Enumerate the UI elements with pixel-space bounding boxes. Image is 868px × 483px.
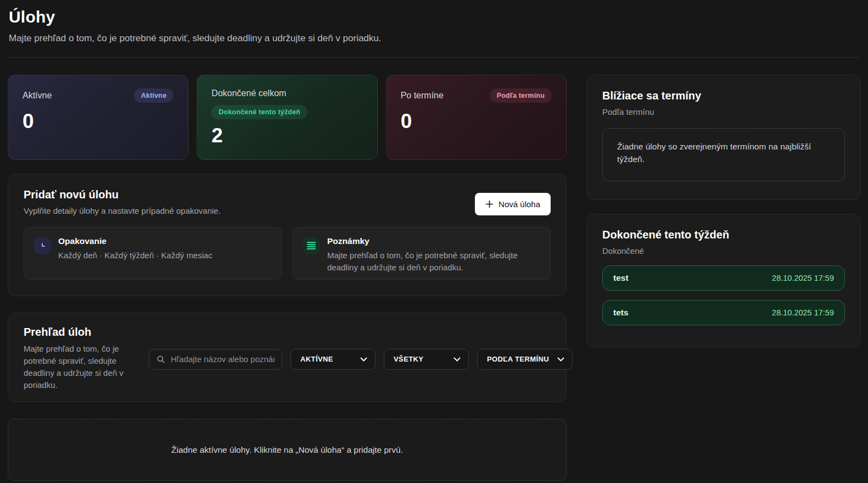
page-header: Úlohy Majte prehľad o tom, čo je potrebn… [0,0,868,44]
stat-label: Aktívne [23,91,52,101]
chevron-down-icon [453,357,461,362]
overview-title: Prehľad úloh [24,326,136,338]
add-task-subtitle: Vyplňte detaily úlohy a nastavte prípadn… [24,206,221,215]
page-subtitle: Majte prehľad o tom, čo je potrebné spra… [9,33,859,44]
overview-subtitle: Majte prehľad o tom, čo je potrebné spra… [24,343,136,391]
status-badge: Dokončené tento týždeň [211,105,307,119]
feature-title: Poznámky [327,236,540,246]
filter-select-sort[interactable]: PODĽA TERMÍNU [477,349,573,370]
task-row[interactable]: test 28.10.2025 17:59 [602,265,845,291]
feature-text: Majte prehľad o tom, čo je potrebné spra… [327,249,540,274]
add-task-panel: Pridať novú úlohu Vyplňte detaily úlohy … [8,174,567,296]
filter-select-status[interactable]: AKTÍVNE [290,349,376,370]
overview-controls: AKTÍVNE VŠETKY PODĽA TERMÍNU [149,349,573,370]
filter-select-value: VŠETKY [394,355,423,363]
stat-card-active: Aktívne Aktívne 0 [8,75,188,160]
task-row[interactable]: tets 28.10.2025 17:59 [602,300,845,325]
filter-select-value: PODĽA TERMÍNU [487,355,549,363]
feature-card-repeat: Opakovanie Každý deň · Každý týždeň · Ka… [24,227,282,280]
task-name: test [613,273,629,283]
upcoming-empty-message: Žiadne úlohy so zverejneným termínom na … [617,142,811,164]
feature-title: Opakovanie [58,236,212,246]
add-task-title: Pridať novú úlohu [24,188,221,201]
page-title: Úlohy [9,8,859,26]
upcoming-title: Blížiace sa termíny [602,90,845,102]
search-input[interactable] [171,354,275,364]
stat-card-completed: Dokončené celkom Dokončené tento týždeň … [197,75,377,160]
content: Aktívne Aktívne 0 Dokončené celkom Dokon… [0,58,868,481]
new-task-button-label: Nová úloha [499,199,540,209]
stat-value: 0 [401,111,552,131]
task-name: tets [613,308,629,318]
status-badge: Aktívne [134,88,174,103]
plus-icon [485,200,494,208]
status-badge: Podľa termínu [490,88,552,103]
chevron-down-icon [557,357,564,362]
filter-select-type[interactable]: VŠETKY [384,349,469,370]
completed-this-week-card: Dokončené tento týždeň Dokončené test 28… [586,214,861,347]
stat-value: 2 [211,125,362,146]
clock-icon [34,237,51,254]
search-icon [156,355,165,364]
task-overview-panel: Prehľad úloh Majte prehľad o tom, čo je … [8,313,567,402]
active-tasks-empty-message: Žiadne aktívne úlohy. Kliknite na „Nová … [171,445,403,455]
search-box[interactable] [149,349,282,370]
stat-label: Dokončené celkom [211,88,286,98]
completed-subtitle: Dokončené [602,246,845,256]
task-datetime: 28.10.2025 17:59 [772,308,834,317]
feature-text: Každý deň · Každý týždeň · Každý mesiac [58,249,212,262]
filter-select-value: AKTÍVNE [300,355,333,363]
stat-label: Po termíne [401,91,444,101]
sidebar: Blížiace sa termíny Podľa termínu Žiadne… [586,75,861,347]
new-task-button[interactable]: Nová úloha [475,193,551,215]
chevron-down-icon [360,357,367,362]
completed-title: Dokončené tento týždeň [602,229,845,241]
list-icon [303,237,320,254]
completed-task-list: test 28.10.2025 17:59 tets 28.10.2025 17… [602,265,845,325]
active-tasks-empty-state: Žiadne aktívne úlohy. Kliknite na „Nová … [8,419,567,481]
upcoming-subtitle: Podľa termínu [602,107,845,116]
stat-value: 0 [23,111,173,131]
stats-row: Aktívne Aktívne 0 Dokončené celkom Dokon… [8,75,567,160]
stat-card-overdue: Po termíne Podľa termínu 0 [386,75,567,160]
upcoming-empty-state: Žiadne úlohy so zverejneným termínom na … [602,128,845,181]
task-datetime: 28.10.2025 17:59 [772,274,834,282]
upcoming-deadlines-card: Blížiace sa termíny Podľa termínu Žiadne… [586,75,861,200]
main-column: Aktívne Aktívne 0 Dokončené celkom Dokon… [8,75,567,481]
feature-card-notes: Poznámky Majte prehľad o tom, čo je potr… [293,227,551,280]
